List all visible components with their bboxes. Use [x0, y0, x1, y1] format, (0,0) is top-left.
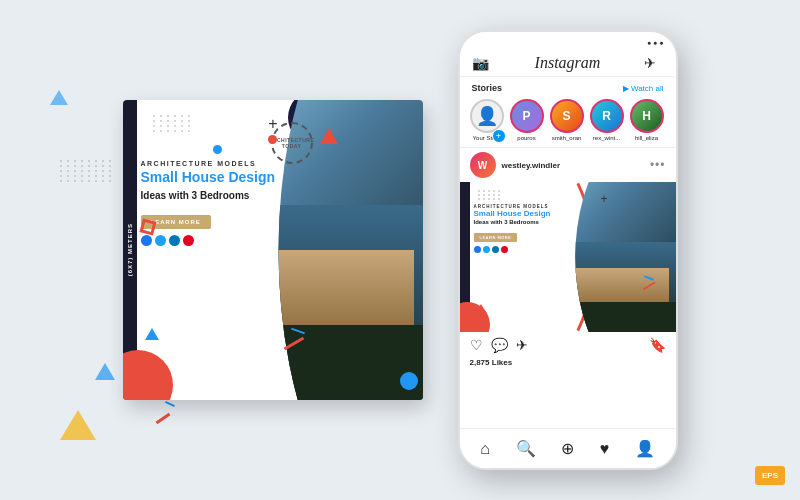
nav-search[interactable]: 🔍 [516, 439, 536, 458]
mini-poster: ARCHITECTURE MODELS Small House Design I… [460, 182, 676, 332]
mini-content: ARCHITECTURE MODELS Small House Design I… [474, 204, 574, 253]
nav-reels[interactable]: ♥ [600, 440, 610, 458]
stories-row: 👤 Your Story P pouros S smith_oran R rex… [460, 97, 676, 147]
mini-li-icon [492, 246, 499, 253]
story-hill[interactable]: H hill_eliza [630, 99, 664, 141]
post-username[interactable]: westley.windler [502, 161, 644, 170]
camera-icon[interactable]: 📷 [472, 55, 492, 71]
post-actions: ♡ 💬 ✈ 🔖 [460, 332, 676, 358]
bottom-nav: ⌂ 🔍 ⊕ ♥ 👤 [460, 428, 676, 468]
poster-blue-circle [400, 372, 418, 390]
post-header: W westley.windler ••• [460, 147, 676, 182]
story-name-pouros: pouros [517, 135, 535, 141]
poster-content: ARCHITECTURE MODELS Small House Design I… [141, 160, 281, 246]
post-image: ARCHITECTURE MODELS Small House Design I… [460, 182, 676, 332]
story-avatar-hill: H [630, 99, 664, 133]
share-button[interactable]: ✈ [516, 337, 528, 353]
nav-profile[interactable]: 👤 [635, 439, 655, 458]
send-icon[interactable]: ✈ [644, 55, 664, 71]
story-avatar-smith: S [550, 99, 584, 133]
linkedin-icon [169, 235, 180, 246]
poster: (6X7) METERS ARCHITECTURE MODELS Small H… [123, 100, 423, 400]
poster-circle-blue-1 [213, 145, 222, 154]
story-avatar-pouros: P [510, 99, 544, 133]
poster-triangle-blue [145, 328, 159, 340]
poster-triangle-red-1 [320, 128, 338, 144]
mini-social [474, 246, 574, 253]
your-story-label: Your Story [473, 135, 501, 141]
poster-plus: + [268, 115, 277, 133]
phone-status-bar: ● ● ● [460, 32, 676, 52]
pinterest-icon [183, 235, 194, 246]
phone: ● ● ● 📷 Instagram ✈ Stories ▶ Watch all … [458, 30, 678, 470]
sidebar-text: (6X7) METERS [127, 223, 133, 276]
facebook-icon [141, 235, 152, 246]
mini-desc: Ideas with 3 Bedrooms [474, 219, 574, 225]
mini-plus: + [600, 192, 607, 206]
poster-social-icons [141, 235, 281, 246]
story-smith-oran[interactable]: S smith_oran [550, 99, 584, 141]
post-more-options[interactable]: ••• [650, 158, 666, 172]
like-button[interactable]: ♡ [470, 337, 483, 353]
story-name-rex: rex_wint... [593, 135, 620, 141]
poster-description: Ideas with 3 Bedrooms [141, 189, 281, 202]
stories-header: Stories ▶ Watch all [460, 77, 676, 97]
story-avatar-rex: R [590, 99, 624, 133]
poster-red-circle-big [123, 350, 173, 400]
nav-add[interactable]: ⊕ [561, 439, 574, 458]
nav-home[interactable]: ⌂ [480, 440, 490, 458]
mini-tw-icon [483, 246, 490, 253]
bookmark-button[interactable]: 🔖 [649, 337, 666, 353]
comment-button[interactable]: 💬 [491, 337, 508, 353]
poster-dots-top [153, 115, 192, 132]
poster-subtitle: ARCHITECTURE MODELS [141, 160, 281, 167]
story-pouros[interactable]: P pouros [510, 99, 544, 141]
post-avatar: W [470, 152, 496, 178]
story-name-hill: hill_eliza [635, 135, 658, 141]
twitter-icon [155, 235, 166, 246]
mini-title: Small House Design [474, 209, 574, 219]
mini-fb-icon [474, 246, 481, 253]
mini-learn-more: LEARN MORE [474, 233, 518, 242]
story-name-smith: smith_oran [552, 135, 582, 141]
story-rex[interactable]: R rex_wint... [590, 99, 624, 141]
instagram-logo: Instagram [492, 54, 644, 72]
watch-all-button[interactable]: ▶ Watch all [623, 84, 664, 93]
your-story-avatar: 👤 [470, 99, 504, 133]
mini-dots [478, 190, 501, 200]
stories-label: Stories [472, 83, 503, 93]
poster-title: Small House Design [141, 169, 281, 186]
instagram-header: 📷 Instagram ✈ [460, 52, 676, 77]
your-story[interactable]: 👤 Your Story [470, 99, 504, 141]
likes-count: 2,875 Likes [460, 358, 676, 367]
poster-circle-red-1 [268, 135, 277, 144]
mini-pi-icon [501, 246, 508, 253]
